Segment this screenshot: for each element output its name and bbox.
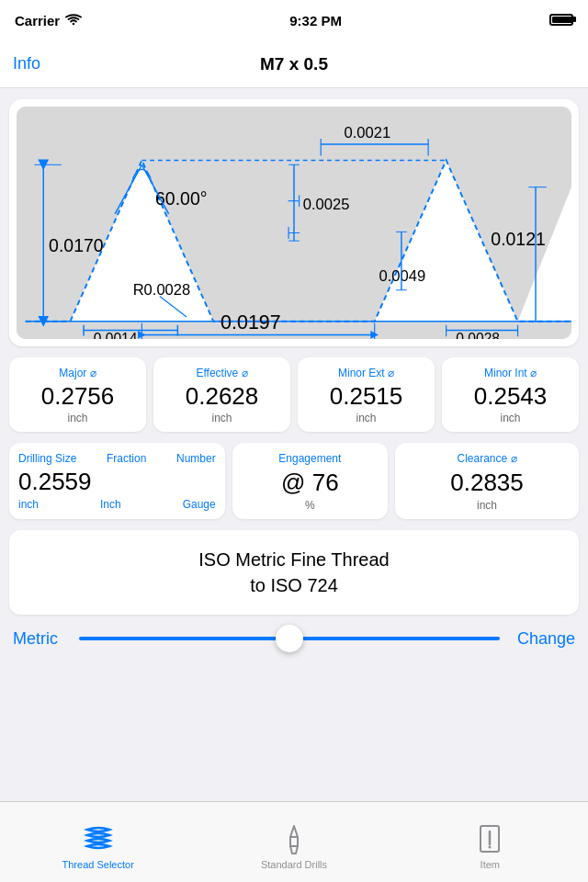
tab-thread-selector[interactable]: Thread Selector (0, 815, 196, 870)
minor-ext-value: 0.2515 (330, 383, 403, 410)
drilling-size-card: Drilling Size Fraction Number 0.2559 inc… (9, 443, 225, 519)
major-card: Major ⌀ 0.2756 inch (9, 357, 146, 432)
svg-rect-46 (290, 837, 298, 846)
number-label: Number (176, 452, 216, 465)
svg-text:60.00°: 60.00° (155, 188, 208, 209)
item-icon (473, 822, 506, 855)
slider-thumb[interactable] (276, 625, 303, 652)
change-button[interactable]: Change (511, 629, 575, 649)
page-title: M7 x 0.5 (260, 54, 328, 74)
svg-marker-47 (290, 846, 298, 854)
thread-desc-line1: ISO Metric Fine Thread (198, 549, 389, 570)
standard-drills-label: Standard Drills (261, 859, 327, 870)
metric-slider-row: Metric Change (9, 626, 579, 652)
wifi-icon (65, 14, 82, 27)
svg-text:0.0028: 0.0028 (456, 331, 500, 339)
carrier-label: Carrier (15, 13, 60, 28)
svg-point-50 (489, 845, 492, 848)
nav-bar: Info M7 x 0.5 (0, 40, 588, 88)
svg-text:0.0121: 0.0121 (491, 229, 546, 249)
tab-item[interactable]: Item (392, 815, 588, 870)
major-unit: inch (67, 412, 87, 424)
clearance-unit: inch (477, 499, 497, 512)
clearance-value: 0.2835 (450, 469, 524, 497)
effective-label: Effective ⌀ (196, 367, 247, 379)
status-time: 9:32 PM (289, 13, 342, 28)
svg-text:R0.0028: R0.0028 (133, 281, 191, 299)
svg-text:0.0197: 0.0197 (220, 311, 281, 334)
clearance-label: Clearance ⌀ (457, 452, 516, 465)
minor-int-value: 0.2543 (474, 383, 548, 410)
drilling-size-value: 0.2559 (18, 469, 216, 495)
effective-card: Effective ⌀ 0.2628 inch (153, 357, 290, 432)
main-content: 60.00° 0.0170 R0.0028 0.0014 (0, 88, 588, 663)
svg-text:0.0021: 0.0021 (345, 124, 391, 141)
engagement-value: @ 76 (281, 469, 339, 497)
inch-label2: Inch (100, 498, 121, 511)
major-value: 0.2756 (41, 383, 115, 410)
svg-text:0.0170: 0.0170 (49, 235, 104, 255)
battery-container (549, 13, 573, 28)
engagement-unit: % (305, 499, 315, 512)
effective-unit: inch (211, 412, 232, 424)
tab-bar: Thread Selector Standard Drills Item (0, 801, 588, 882)
minor-ext-label: Minor Ext ⌀ (338, 367, 394, 379)
minor-ext-card: Minor Ext ⌀ 0.2515 inch (298, 357, 435, 432)
svg-text:0.0025: 0.0025 (303, 196, 350, 213)
minor-int-label: Minor Int ⌀ (484, 367, 537, 379)
data-row-2: Drilling Size Fraction Number 0.2559 inc… (9, 443, 579, 519)
item-label: Item (481, 859, 500, 870)
gauge-label: Gauge (183, 498, 216, 511)
svg-text:⊣: ⊣ (287, 192, 301, 210)
thread-desc-line2: to ISO 724 (250, 575, 338, 595)
effective-value: 0.2628 (186, 383, 259, 410)
svg-marker-45 (290, 826, 298, 837)
svg-text:⊢: ⊢ (287, 224, 301, 243)
svg-text:0.0014: 0.0014 (94, 331, 138, 339)
thread-selector-icon (82, 822, 115, 855)
status-bar: Carrier 9:32 PM (0, 0, 588, 40)
standard-drills-icon (277, 822, 311, 855)
thread-selector-label: Thread Selector (62, 859, 134, 870)
clearance-card: Clearance ⌀ 0.2835 inch (395, 443, 579, 519)
minor-int-card: Minor Int ⌀ 0.2543 inch (442, 357, 579, 432)
thread-diagram-svg: 60.00° 0.0170 R0.0028 0.0014 (17, 107, 571, 339)
inch-label: inch (18, 498, 39, 511)
tab-standard-drills[interactable]: Standard Drills (196, 815, 391, 870)
metric-slider[interactable] (79, 637, 500, 640)
metric-label: Metric (13, 629, 68, 649)
engagement-card: Engagement @ 76 % (232, 443, 388, 519)
major-label: Major ⌀ (59, 367, 96, 379)
engagement-label: Engagement (278, 452, 341, 465)
minor-ext-unit: inch (356, 412, 376, 424)
fraction-label: Fraction (107, 452, 146, 465)
back-button[interactable]: Info (13, 54, 40, 74)
thread-description: ISO Metric Fine Thread to ISO 724 (9, 530, 579, 615)
minor-int-unit: inch (500, 412, 520, 424)
svg-text:0.0049: 0.0049 (379, 267, 426, 285)
thread-diagram: 60.00° 0.0170 R0.0028 0.0014 (9, 99, 579, 346)
drilling-size-label: Drilling Size (18, 452, 76, 465)
status-left: Carrier (15, 13, 82, 28)
data-row-1: Major ⌀ 0.2756 inch Effective ⌀ 0.2628 i… (9, 357, 579, 432)
